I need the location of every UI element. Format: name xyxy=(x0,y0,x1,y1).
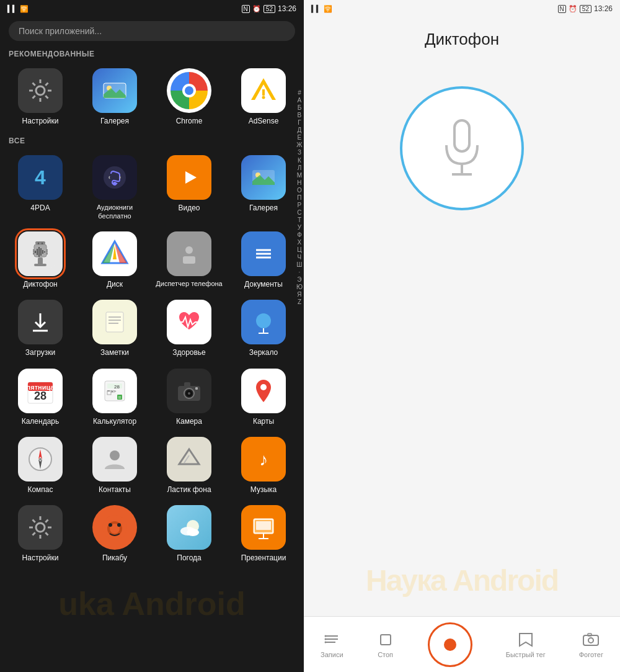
svg-rect-106 xyxy=(454,120,469,151)
svg-text:28: 28 xyxy=(34,390,46,402)
app-adsense-recommended[interactable]: AdSense xyxy=(228,65,299,129)
dictophone-app-label: Диктофон xyxy=(23,280,57,289)
notes-label: Заметки xyxy=(100,348,129,357)
app-dictophone[interactable]: Диктофон xyxy=(5,228,76,292)
app-search-bar[interactable]: Поиск приложений... xyxy=(9,21,295,41)
app-documents[interactable]: Документы xyxy=(228,228,299,292)
app-video[interactable]: Видео xyxy=(154,151,224,223)
mic-circle[interactable] xyxy=(400,86,524,210)
alpha-a[interactable]: А xyxy=(298,97,302,104)
alpha-t[interactable]: Т xyxy=(298,217,301,223)
alpha-ts[interactable]: Ц xyxy=(297,246,301,253)
alpha-r[interactable]: Р xyxy=(298,202,302,208)
app-health[interactable]: Здоровье xyxy=(154,296,224,361)
right-status-icons-left: N ⏰ 52 13:26 xyxy=(242,4,296,13)
video-icon xyxy=(167,155,211,200)
nfc-icon-right: N xyxy=(558,5,566,13)
quick-tag-button[interactable]: Быстрый тег xyxy=(506,631,546,658)
documents-label: Документы xyxy=(244,280,283,289)
app-presentation[interactable]: Презентации xyxy=(228,501,299,566)
app-disk[interactable]: Диск xyxy=(79,228,150,292)
alpha-kh[interactable]: Х xyxy=(298,239,302,246)
alpha-n[interactable]: Н xyxy=(297,179,301,186)
app-weather[interactable]: Погода xyxy=(154,501,224,566)
app-gallery2[interactable]: Галерея xyxy=(228,151,299,223)
maps-icon xyxy=(241,369,286,413)
alpha-dot[interactable]: · xyxy=(299,269,301,276)
app-downloads[interactable]: Загрузки xyxy=(5,296,76,361)
downloads-label: Загрузки xyxy=(25,348,55,357)
app-music[interactable]: ♪ Музыка xyxy=(228,433,299,498)
all-section-label: ВСЕ xyxy=(0,134,304,149)
alpha-v[interactable]: В xyxy=(298,112,302,119)
gallery-label: Галерея xyxy=(100,117,129,125)
app-calculator[interactable]: 28 × ÷ = Калькулятор xyxy=(79,365,150,429)
alpha-sh[interactable]: Ш xyxy=(296,261,302,268)
app-compass[interactable]: Компас xyxy=(5,433,76,498)
svg-rect-21 xyxy=(35,241,45,244)
svg-line-89 xyxy=(33,520,35,522)
app-calendar[interactable]: пятница 28 Календарь xyxy=(5,365,76,429)
app-4pda[interactable]: 4 4PDA xyxy=(5,151,76,223)
alpha-z2[interactable]: Z xyxy=(298,298,301,305)
app-camera[interactable]: Камера xyxy=(154,365,224,429)
alpha-o[interactable]: О xyxy=(297,187,302,194)
alpha-e[interactable]: Е xyxy=(298,134,302,141)
app-mirror[interactable]: Зеркало xyxy=(228,296,299,361)
app-dispatcher[interactable]: Диспетчер телефона xyxy=(154,228,224,292)
disk-label: Диск xyxy=(107,280,123,289)
app-audiobooks[interactable]: Аудиокниги бесплатно xyxy=(79,151,150,223)
alpha-l[interactable]: Л xyxy=(298,164,302,171)
svg-rect-38 xyxy=(34,264,46,266)
alpha-ch[interactable]: Ч xyxy=(298,254,302,261)
calculator-label: Калькулятор xyxy=(93,417,136,426)
app-contacts[interactable]: Контакты xyxy=(79,433,150,498)
app-gallery-recommended[interactable]: Галерея xyxy=(79,65,150,129)
pikabu-icon xyxy=(92,505,137,550)
app-pikabu[interactable]: Пикабу xyxy=(79,501,150,566)
health-icon xyxy=(167,300,211,344)
alpha-s[interactable]: С xyxy=(297,209,301,216)
right-status-icons-right: N ⏰ 52 13:26 xyxy=(558,4,613,13)
stop-button[interactable]: Стоп xyxy=(377,631,394,658)
app-settings-recommended[interactable]: Настройки xyxy=(5,65,76,129)
fototeg-button[interactable]: Фоготег xyxy=(579,631,603,658)
record-button[interactable] xyxy=(428,622,472,667)
adsense-label: AdSense xyxy=(249,117,279,125)
zapisy-icon xyxy=(323,631,340,648)
svg-point-112 xyxy=(325,635,327,637)
alpha-m[interactable]: М xyxy=(297,172,302,179)
alpha-yu[interactable]: Ю xyxy=(296,284,303,290)
app-chrome-recommended[interactable]: Chrome xyxy=(154,65,224,129)
app-notes[interactable]: Заметки xyxy=(79,296,150,361)
dictaphone-panel: ▍▍ 🛜 N ⏰ 52 13:26 Диктофон Наука Android xyxy=(304,0,620,672)
alpha-zh[interactable]: Ж xyxy=(296,141,302,148)
svg-point-114 xyxy=(325,641,327,643)
alphabet-bar: # А Б В Г Д Е Ж З К Л М Н О П Р С Т У Ф … xyxy=(295,87,304,308)
wifi-icon: 🛜 xyxy=(20,5,29,13)
alpha-f[interactable]: Ф xyxy=(297,231,302,238)
alpha-p[interactable]: П xyxy=(297,194,301,201)
alpha-hash[interactable]: # xyxy=(298,89,301,96)
stop-icon xyxy=(377,631,394,648)
alpha-g[interactable]: Г xyxy=(298,119,301,126)
alpha-ya[interactable]: Я xyxy=(297,291,301,298)
alpha-e2[interactable]: Э xyxy=(297,276,301,283)
dispatcher-label: Диспетчер телефона xyxy=(156,280,222,288)
svg-rect-115 xyxy=(381,635,391,645)
alpha-z[interactable]: З xyxy=(298,149,301,156)
zapisy-button[interactable]: Записи xyxy=(321,631,343,658)
app-eraser[interactable]: Ластик фона xyxy=(154,433,224,498)
alpha-d[interactable]: Д xyxy=(298,127,302,133)
alpha-b[interactable]: Б xyxy=(298,104,302,111)
app-settings2[interactable]: Настройки xyxy=(5,501,76,566)
alpha-k[interactable]: К xyxy=(298,157,301,164)
svg-point-72 xyxy=(188,392,190,395)
alpha-u[interactable]: У xyxy=(298,224,301,231)
app-drawer-panel: ▍▍ 🛜 N ⏰ 52 13:26 Поиск приложений... РЕ… xyxy=(0,0,304,672)
app-maps[interactable]: Карты xyxy=(228,365,299,429)
4pda-icon: 4 xyxy=(18,155,63,200)
music-icon: ♪ xyxy=(241,437,286,482)
gallery2-label: Галерея xyxy=(249,204,278,212)
time-left: 13:26 xyxy=(278,4,296,13)
